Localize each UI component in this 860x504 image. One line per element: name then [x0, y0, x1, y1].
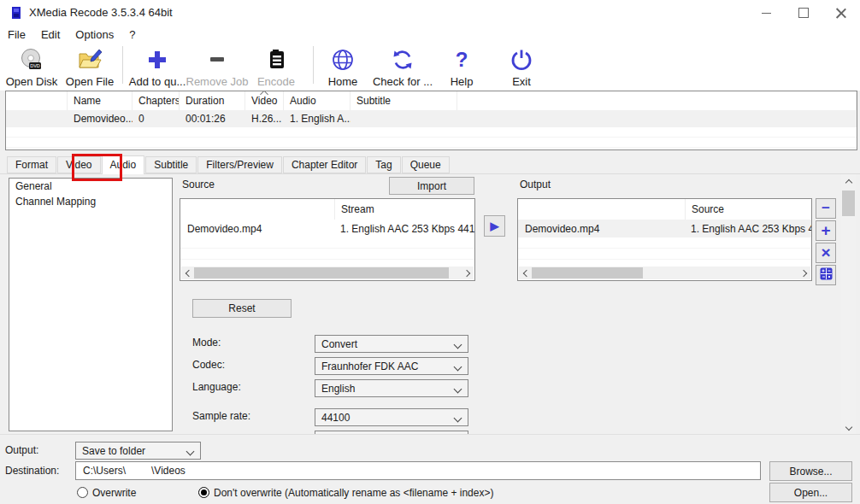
toolbar-separator [313, 46, 314, 84]
category-channel-mapping[interactable]: Channel Mapping [9, 194, 172, 209]
destination-input[interactable]: C:\Users\ \Videos [75, 461, 761, 480]
channel-matrix-button[interactable] [816, 265, 836, 285]
reset-button[interactable]: Reset [192, 299, 292, 318]
home-button[interactable]: Home [318, 47, 368, 88]
output-table-hscrollbar[interactable] [519, 267, 810, 279]
source-stream-table: Stream Demovideo.mp4 1. English AAC 253 … [180, 198, 475, 281]
chevron-down-icon [454, 363, 462, 372]
scroll-down-icon[interactable] [842, 421, 855, 434]
app-window: XMedia Recode 3.5.3.4 64bit File Edit Op… [0, 0, 860, 504]
transfer-stream-button[interactable]: ▶ [484, 215, 505, 237]
language-select[interactable]: English [315, 379, 468, 397]
window-title: XMedia Recode 3.5.3.4 64bit [29, 0, 173, 26]
delete-output-stream-button[interactable]: × [816, 243, 836, 263]
minimize-button[interactable] [747, 0, 785, 26]
column-header-duration[interactable]: Duration [180, 91, 245, 110]
column-header-name[interactable]: Name [68, 91, 133, 110]
column-header-subtitle[interactable]: Subtitle [350, 91, 457, 110]
toolbar: DVD Open Disk Open File Add to qu... Rem… [0, 43, 860, 91]
encode-button[interactable]: Encode [250, 47, 302, 88]
import-button[interactable]: Import [389, 177, 474, 195]
tab-tag[interactable]: Tag [367, 156, 400, 173]
source-label: Source [182, 179, 215, 190]
mode-select[interactable]: Convert [315, 335, 468, 353]
output-stream-row[interactable]: Demovideo.mp4 1. English AAC 253 Kbps 44 [518, 220, 811, 237]
encode-cassette-icon [264, 47, 288, 73]
tab-queue[interactable]: Queue [402, 156, 450, 173]
column-header-blank[interactable] [6, 91, 68, 110]
source-stream: 1. English AAC 253 Kbps 44100 [334, 220, 474, 237]
check-for-updates-button[interactable]: Check for ... [371, 47, 434, 88]
tab-bar: Format Video Audio Subtitle Filters/Prev… [7, 156, 451, 173]
destination-label: Destination: [5, 465, 59, 477]
svg-text:DVD: DVD [30, 63, 40, 68]
open-file-button[interactable]: Open File [63, 47, 116, 88]
job-row[interactable]: Demovideo... 0 00:01:26 H.26... 1. Engli… [6, 110, 857, 127]
help-button[interactable]: ? Help [438, 47, 486, 88]
stream-column-header[interactable]: Stream [334, 199, 474, 220]
source-file: Demovideo.mp4 [180, 223, 334, 235]
add-to-queue-button[interactable]: Add to qu... [127, 47, 187, 88]
close-button[interactable] [822, 0, 860, 26]
column-header-video[interactable]: Video [245, 91, 284, 110]
job-chapters: 0 [133, 113, 180, 125]
menu-help[interactable]: ? [121, 28, 143, 41]
remove-output-stream-button[interactable]: − [816, 198, 836, 219]
panel-vertical-scrollbar[interactable] [841, 174, 856, 434]
empty-row [6, 127, 857, 138]
column-header-chapters[interactable]: Chapters [133, 91, 180, 110]
chevron-down-icon [186, 448, 195, 456]
scroll-right-icon[interactable] [461, 267, 474, 279]
menubar: File Edit Options ? [0, 26, 860, 43]
job-list: Name Chapters Duration Video Audio Subti… [5, 91, 857, 150]
scroll-left-icon[interactable] [519, 267, 532, 279]
overwrite-radio[interactable] [77, 487, 88, 498]
open-button[interactable]: Open... [769, 483, 852, 502]
folder-icon [78, 47, 102, 73]
codec-select[interactable]: Fraunhofer FDK AAC [315, 357, 468, 375]
tab-chapter-editor[interactable]: Chapter Editor [283, 156, 366, 173]
output-source-column-header[interactable]: Source [685, 199, 811, 220]
sample-rate-select[interactable]: 44100 [315, 408, 468, 426]
titlebar: XMedia Recode 3.5.3.4 64bit [0, 0, 860, 26]
tab-subtitle[interactable]: Subtitle [145, 156, 197, 173]
menu-file[interactable]: File [0, 28, 33, 41]
power-icon [510, 47, 533, 73]
remove-job-button[interactable]: Remove Job [185, 47, 250, 88]
minimize-icon [762, 13, 771, 14]
bottom-bar: Output: Save to folder Destination: C:\U… [0, 434, 860, 504]
source-table-header: Stream [180, 199, 474, 220]
dont-overwrite-radio-label: Don't overwrite (Automatically rename as… [214, 487, 493, 499]
browse-button[interactable]: Browse... [769, 461, 852, 481]
dont-overwrite-radio[interactable] [198, 487, 209, 498]
plus-icon [145, 47, 169, 73]
tab-filters-preview[interactable]: Filters/Preview [197, 156, 282, 173]
job-video: H.26... [245, 113, 284, 125]
source-table-hscrollbar[interactable] [181, 267, 474, 279]
scrollbar-thumb[interactable] [842, 190, 855, 216]
output-mode-select[interactable]: Save to folder [75, 442, 201, 460]
scrollbar-thumb[interactable] [194, 267, 449, 278]
maximize-button[interactable] [785, 0, 822, 26]
category-general[interactable]: General [9, 179, 172, 194]
overwrite-radio-label: Overwrite [92, 487, 136, 499]
scroll-right-icon[interactable] [798, 267, 810, 279]
job-audio: 1. English A... [284, 113, 350, 125]
open-disk-button[interactable]: DVD Open Disk [7, 47, 56, 88]
scroll-left-icon[interactable] [181, 267, 194, 279]
column-header-audio[interactable]: Audio [284, 91, 350, 110]
scroll-up-icon[interactable] [842, 175, 855, 188]
source-stream-row[interactable]: Demovideo.mp4 1. English AAC 253 Kbps 44… [180, 220, 474, 237]
exit-button[interactable]: Exit [498, 47, 545, 88]
tab-video[interactable]: Video [57, 156, 100, 173]
refresh-icon [391, 47, 415, 73]
tab-audio[interactable]: Audio [102, 155, 145, 174]
add-output-stream-button[interactable]: + [816, 220, 836, 241]
menu-options[interactable]: Options [68, 28, 121, 41]
scrollbar-thumb[interactable] [532, 267, 643, 278]
output-file: Demovideo.mp4 [518, 223, 685, 235]
tab-format[interactable]: Format [7, 156, 56, 173]
output-mode-label: Output: [5, 444, 38, 456]
menu-edit[interactable]: Edit [33, 28, 68, 41]
x-icon: × [821, 243, 830, 262]
